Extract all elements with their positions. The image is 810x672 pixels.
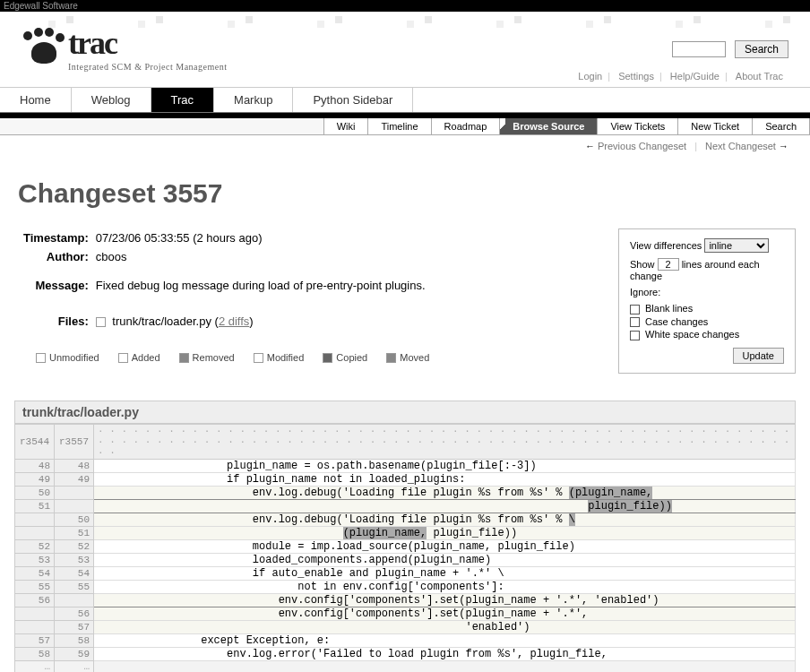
about-link[interactable]: About Trac — [736, 71, 783, 82]
line-old: 55 — [15, 580, 55, 593]
line-old: 56 — [15, 593, 55, 607]
search-button[interactable]: Search — [735, 40, 788, 58]
settings-link[interactable]: Settings — [618, 71, 654, 82]
line-code: module = imp.load_source(plugin_name, pl… — [94, 539, 796, 553]
message-value: Fixed debug log message during load of p… — [96, 266, 426, 295]
ctx-roadmap[interactable]: Roadmap — [431, 118, 501, 134]
line-old — [15, 526, 55, 539]
col-code: · · · · · · · · · · · · · · · · · · · · … — [94, 424, 796, 459]
line-new: 54 — [55, 566, 94, 580]
line-old: 51 — [15, 499, 55, 513]
line-old: 54 — [15, 566, 55, 580]
changeset-info: Timestamp: 07/23/06 05:33:55 (2 hours ag… — [23, 228, 426, 331]
update-button[interactable]: Update — [733, 348, 784, 364]
line-new: 51 — [55, 526, 94, 539]
line-new — [55, 593, 94, 607]
line-code: plugin_file)) — [94, 499, 796, 513]
line-new: 58 — [55, 633, 94, 647]
line-old: 57 — [15, 633, 55, 647]
line-old: … — [15, 660, 55, 672]
line-code: plugin_name = os.path.basename(plugin_fi… — [94, 459, 796, 472]
line-old: 50 — [15, 486, 55, 499]
line-code: 'enabled') — [94, 620, 796, 633]
line-new: 52 — [55, 539, 94, 553]
ctx-wiki[interactable]: Wiki — [323, 118, 369, 134]
line-code: env.config['components'].set(plugin_name… — [94, 593, 796, 607]
ctx-browse-source[interactable]: Browse Source — [499, 118, 598, 134]
line-old: 52 — [15, 539, 55, 553]
logo-text: trac — [68, 24, 227, 62]
help-link[interactable]: Help/Guide — [670, 71, 720, 82]
line-old — [15, 620, 55, 633]
line-code: loaded_components.append(plugin_name) — [94, 553, 796, 566]
timestamp-value: 07/23/06 05:33:55 (2 hours ago) — [96, 228, 426, 247]
line-code: if plugin_name not in loaded_plugins: — [94, 472, 796, 486]
line-code — [94, 660, 796, 672]
files-label: Files: — [23, 295, 96, 331]
line-code: except Exception, e: — [94, 633, 796, 647]
page-nav: ← Previous Changeset | Next Changeset → — [0, 135, 810, 157]
col-old-rev: r3544 — [15, 424, 55, 459]
login-link[interactable]: Login — [578, 71, 602, 82]
line-old: 58 — [15, 647, 55, 660]
line-code: if auto_enable and plugin_name + '.*' \ — [94, 566, 796, 580]
file-path: trunk/trac/loader.py — [112, 314, 211, 328]
diff-table: r3544 r3557 · · · · · · · · · · · · · · … — [14, 424, 796, 673]
tab-home[interactable]: Home — [0, 88, 72, 112]
tab-python-sidebar[interactable]: Python Sidebar — [293, 88, 413, 112]
line-new — [55, 499, 94, 513]
line-new: 48 — [55, 459, 94, 472]
line-code: env.log.debug('Loading file plugin %s fr… — [94, 486, 796, 499]
legend-added-swatch — [118, 353, 128, 363]
line-new: 50 — [55, 513, 94, 526]
next-changeset-link[interactable]: Next Changeset — [705, 141, 776, 151]
line-new — [55, 486, 94, 499]
timestamp-label: Timestamp: — [23, 228, 96, 247]
col-new-rev: r3557 — [55, 424, 94, 459]
viewdiff-select[interactable]: inline — [704, 238, 769, 253]
tab-markup[interactable]: Markup — [214, 88, 293, 112]
prev-changeset-link[interactable]: Previous Changeset — [598, 141, 686, 151]
line-old — [15, 607, 55, 620]
legend-unmodified-swatch — [36, 353, 46, 363]
show-label: Show — [630, 259, 655, 270]
line-code: env.log.error('Failed to load plugin fro… — [94, 647, 796, 660]
line-new: 56 — [55, 607, 94, 620]
line-new: 53 — [55, 553, 94, 566]
legend-modified-swatch — [254, 353, 263, 363]
ctx-new-ticket[interactable]: New Ticket — [677, 118, 753, 134]
line-code: not in env.config['components']: — [94, 580, 796, 593]
context-nav: Wiki Timeline Roadmap Browse Source View… — [0, 118, 810, 135]
vendor-label: Edgewall Software — [4, 1, 78, 11]
logo[interactable]: trac Integrated SCM & Project Management — [22, 24, 227, 72]
ignore-label: Ignore: — [630, 287, 660, 297]
file-checkbox[interactable] — [96, 317, 106, 327]
tab-weblog[interactable]: Weblog — [72, 88, 151, 112]
search-input[interactable] — [672, 41, 726, 57]
line-code: env.log.debug('Loading file plugin %s fr… — [94, 513, 796, 526]
diff-options-panel: View differences inline Show lines aroun… — [618, 228, 796, 374]
legend-copied-swatch — [323, 353, 332, 363]
viewdiff-label: View differences — [630, 240, 702, 251]
ignore-blank-checkbox[interactable] — [630, 305, 640, 314]
diff-file-header: trunk/trac/loader.py — [14, 401, 796, 424]
file-diffs-link[interactable]: 2 diffs — [219, 314, 249, 328]
line-old — [15, 513, 55, 526]
ctx-timeline[interactable]: Timeline — [367, 118, 431, 134]
context-lines-input[interactable] — [658, 258, 679, 271]
line-new: … — [55, 660, 94, 672]
main-nav: Home Weblog Trac Markup Python Sidebar — [0, 88, 810, 113]
author-label: Author: — [23, 247, 96, 266]
line-code: (plugin_name, plugin_file)) — [94, 526, 796, 539]
metanav: Login| Settings| Help/Guide| About Trac — [573, 71, 788, 82]
line-new: 49 — [55, 472, 94, 486]
ignore-ws-checkbox[interactable] — [630, 331, 640, 340]
ctx-search[interactable]: Search — [752, 118, 810, 134]
line-old: 48 — [15, 459, 55, 472]
ignore-case-checkbox[interactable] — [630, 317, 640, 327]
author-value: cboos — [96, 247, 426, 266]
header: trac Integrated SCM & Project Management… — [0, 12, 810, 88]
paw-icon — [22, 28, 63, 69]
ctx-view-tickets[interactable]: View Tickets — [597, 118, 678, 134]
tab-trac[interactable]: Trac — [151, 88, 215, 112]
